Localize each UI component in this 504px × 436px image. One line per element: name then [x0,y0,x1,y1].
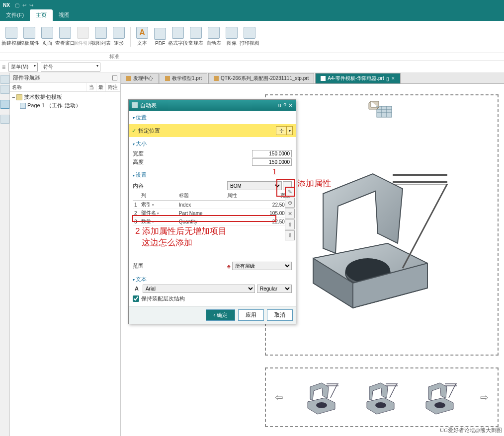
ribbon-regular-table[interactable]: 常规表 [187,27,204,47]
keep-hierarchy-checkbox[interactable] [133,295,139,302]
nav-dock-icon[interactable] [112,75,117,80]
refresh-icon[interactable]: υ [278,102,281,109]
th-attr[interactable]: 属性 [226,191,249,201]
add-row-button[interactable]: ⊕ [285,198,295,208]
col-c3[interactable]: 最 [96,83,106,91]
tab-model1[interactable]: 教学模型1.prt [160,73,207,83]
prev-arrow-icon[interactable]: ⇦ [275,391,283,403]
font-select[interactable]: Arial [143,285,255,293]
col-c4[interactable]: 附注 [106,83,120,91]
part-navigator: 部件导航器 名称 当 最 附注 − 技术数据包模板 Page 1 （工作-活动） [10,73,121,436]
toolbar-icon[interactable]: ▢ [15,2,19,8]
dimension-lines [393,174,482,188]
rail-finder-icon[interactable] [0,75,9,84]
ribbon-auto-table[interactable]: 自动表 [205,27,222,47]
ribbon-image[interactable]: 图像 [223,27,240,47]
table-row[interactable]: 3数量Quantity22.5000 [133,218,292,226]
gear-icon [132,102,138,108]
thumb-1[interactable] [303,377,342,418]
thumb-2[interactable] [362,377,402,418]
pick-point-button[interactable]: ⊹ [276,126,287,135]
doc-icon [165,76,170,81]
thumb-3[interactable] [421,377,461,418]
dialog-titlebar[interactable]: 自动表 υ ? ✕ [129,100,296,111]
tab-qtk266[interactable]: QTK-266系列_装配图-20231111_stp.prt [208,73,314,83]
apply-button[interactable]: 应用 [238,309,264,321]
ribbon-view-list[interactable]: 视图列表 [92,27,109,47]
ribbon: 新建模板 模板属性 页面 查看窗口 组件引用 视图列表 矩形 A文本 PDF 格… [0,21,504,53]
th-title[interactable]: 标题 [177,191,226,201]
pin-icon[interactable]: ▯ [386,76,389,81]
section-settings[interactable]: 设置 [133,170,292,180]
tree-root[interactable]: − 技术数据包模板 [12,93,118,101]
ribbon-component-ref: 组件引用 [75,27,91,47]
table-row[interactable]: 1索引Index22.5000 [133,201,292,209]
nav-header: 部件导航器 [10,73,120,83]
tab-a4-template[interactable]: A4-零件模板-华阳电器.prt▯✕ [315,73,400,83]
pick-dropdown[interactable]: ▾ [287,126,293,135]
col-c2[interactable]: 当 [87,83,96,91]
section-text[interactable]: 文本 [133,274,292,285]
move-down-button[interactable]: ⇩ [285,230,295,240]
next-arrow-icon[interactable]: ⇨ [480,391,489,403]
ribbon-group-label: 标准 [0,53,504,61]
add-attribute-button[interactable]: ✎ [285,187,295,197]
ribbon-page[interactable]: 页面 [39,27,56,47]
col-name[interactable]: 名称 [10,83,87,91]
ribbon-new-template[interactable]: 新建模板 [3,27,20,47]
symbol-dropdown[interactable]: 符号 [41,63,100,72]
hierarchy-icon: ♣ [227,263,231,269]
height-input[interactable] [252,158,292,166]
remove-row-button[interactable]: ✕ [285,209,295,218]
ribbon-format-field[interactable]: 格式字段 [169,27,186,47]
rail-nav-icon[interactable] [0,85,9,94]
close-icon[interactable]: ✕ [391,76,395,81]
help-icon[interactable]: ? [283,102,286,109]
ribbon-template-props[interactable]: 模板属性 [21,27,38,47]
section-position[interactable]: 位置 [133,112,292,123]
ok-button[interactable]: 确定 [206,309,235,321]
folder-icon [16,94,22,100]
tab-discover[interactable]: 发现中心 [121,73,159,83]
expander-icon[interactable]: − [12,94,15,100]
content-select[interactable]: BOM [227,181,282,190]
height-label: 高度 [133,158,252,166]
close-icon[interactable]: ✕ [288,102,293,109]
ribbon-text[interactable]: A文本 [134,27,151,47]
nav-title: 部件导航器 [13,74,40,81]
ribbon-print-view[interactable]: 打印视图 [241,27,258,47]
app-logo: NX [3,2,10,8]
table-row[interactable]: 2部件名Part Name105.0000 [133,209,292,218]
rail-tools-icon[interactable] [0,115,9,124]
svg-point-9 [434,402,445,408]
ribbon-rect[interactable]: 矩形 [110,27,127,47]
menu-file[interactable]: 文件(F) [0,9,30,21]
width-input[interactable] [252,150,292,157]
content-label: 内容 [133,182,227,190]
quick-access-row: ≡ 菜单(M) 符号 [0,61,504,73]
section-size[interactable]: 大小 [133,139,292,149]
font-style-select[interactable]: Regular [257,285,292,293]
page-icon [20,103,26,109]
menu-home[interactable]: 主页 [30,9,53,21]
attribute-table: 列 标题 属性 宽度 1索引Index22.5000 2部件名Part Name… [133,191,292,226]
range-select[interactable]: 所有层级 [232,262,292,270]
rail-part-nav-icon[interactable] [0,100,9,109]
svg-point-7 [316,402,327,408]
menu-view[interactable]: 视图 [53,9,76,21]
tree-child[interactable]: Page 1 （工作-活动） [12,101,118,110]
cancel-button[interactable]: 取消 [267,309,293,321]
tree-child-label: Page 1 （工作-活动） [27,102,81,109]
toolbar-icon[interactable]: ↪ [29,2,33,8]
menu-dropdown[interactable]: 菜单(M) [8,63,38,72]
ribbon-pdf[interactable]: PDF [152,28,168,46]
doc-icon [214,76,219,81]
th-col[interactable]: 列 [140,191,177,201]
ribbon-view-window[interactable]: 查看窗口 [57,27,74,47]
doc-icon [126,76,131,81]
move-up-button[interactable]: ⇧ [285,219,295,229]
font-icon: A [133,285,141,293]
hamburger-icon[interactable]: ≡ [2,64,5,71]
toolbar-icon[interactable]: ↩ [22,2,26,8]
width-label: 宽度 [133,150,252,157]
